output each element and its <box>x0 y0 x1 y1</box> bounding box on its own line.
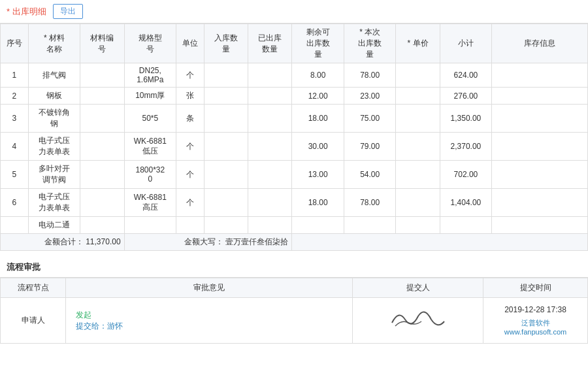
cell-seq: 6 <box>1 189 29 217</box>
process-submitter <box>353 298 483 344</box>
process-section: 流程审批 流程节点 审批意见 提交人 提交时间 申请人发起提交给：游怀 2019… <box>0 257 588 344</box>
cell-out_qty <box>248 217 292 234</box>
cell-unit: 个 <box>176 161 204 189</box>
cell-spec: WK-6881 低压 <box>124 133 176 161</box>
cell-spec <box>124 217 176 234</box>
table-header-row: 序号 * 材料名称 材料编号 规格型号 单位 入库数量 已出库数量 剩余可出库数… <box>1 24 588 63</box>
cell-unit <box>176 217 204 234</box>
cell-subtotal: 702.00 <box>440 161 492 189</box>
cell-subtotal <box>440 217 492 234</box>
cell-unit_price <box>396 217 440 234</box>
col-unit-price: * 单价 <box>396 24 440 63</box>
col-this-out-qty: * 本次出库数量 <box>344 24 396 63</box>
watermark-text: 泛普软件www.fanpusoft.com <box>489 318 582 336</box>
cell-unit: 条 <box>176 105 204 133</box>
cell-material_code <box>80 161 124 189</box>
col-material-code: 材料编号 <box>80 24 124 63</box>
cell-in_qty <box>204 189 248 217</box>
cell-remain_qty: 18.00 <box>292 189 344 217</box>
cell-material_name: 钢板 <box>28 88 80 105</box>
cell-unit: 个 <box>176 133 204 161</box>
total-label: 金额合计： <box>44 237 84 246</box>
table-row: 电动二通 <box>1 217 588 234</box>
cell-this_out_qty: 79.00 <box>344 133 396 161</box>
process-time: 2019-12-28 17:38泛普软件www.fanpusoft.com <box>483 298 588 344</box>
process-node: 申请人 <box>1 298 66 344</box>
cell-subtotal: 1,350.00 <box>440 105 492 133</box>
process-col-time: 提交时间 <box>483 278 588 298</box>
cell-this_out_qty: 78.00 <box>344 189 396 217</box>
cell-material_name: 排气阀 <box>28 63 80 88</box>
cell-remain_qty <box>292 217 344 234</box>
cell-seq <box>1 217 29 234</box>
cell-unit_price <box>396 189 440 217</box>
header-bar: * 出库明细 导出 <box>0 0 588 24</box>
main-table-section: 序号 * 材料名称 材料编号 规格型号 单位 入库数量 已出库数量 剩余可出库数… <box>0 24 588 251</box>
col-seq: 序号 <box>1 24 29 63</box>
cell-in_qty <box>204 133 248 161</box>
cell-unit_price <box>396 161 440 189</box>
cell-remain_qty: 8.00 <box>292 63 344 88</box>
col-material-name: * 材料名称 <box>28 24 80 63</box>
cell-remain_qty: 12.00 <box>292 88 344 105</box>
cell-seq: 4 <box>1 133 29 161</box>
big-value: 壹万壹仟叁佰柒拾 <box>225 237 288 246</box>
cell-stock_info <box>492 189 588 217</box>
section-title: * 出库明细 <box>7 6 46 18</box>
table-row: 6电子式压 力表单表WK-6881 高压个18.0078.001,404.00 <box>1 189 588 217</box>
process-row: 申请人发起提交给：游怀 2019-12-28 17:38泛普软件www.fanp… <box>1 298 588 344</box>
cell-seq: 1 <box>1 63 29 88</box>
cell-material_name: 电子式压 力表单表 <box>28 133 80 161</box>
cell-in_qty <box>204 161 248 189</box>
cell-in_qty <box>204 63 248 88</box>
cell-unit_price <box>396 63 440 88</box>
col-subtotal: 小计 <box>440 24 492 63</box>
cell-in_qty <box>204 88 248 105</box>
cell-remain_qty: 13.00 <box>292 161 344 189</box>
cell-spec: 1800*32 0 <box>124 161 176 189</box>
cell-material_code <box>80 189 124 217</box>
cell-out_qty <box>248 63 292 88</box>
cell-this_out_qty: 78.00 <box>344 63 396 88</box>
cell-spec: WK-6881 高压 <box>124 189 176 217</box>
cell-material_code <box>80 63 124 88</box>
cell-stock_info <box>492 217 588 234</box>
cell-seq: 3 <box>1 105 29 133</box>
cell-spec: DN25, 1.6MPa <box>124 63 176 88</box>
table-row: 1排气阀DN25, 1.6MPa个8.0078.00624.00 <box>1 63 588 88</box>
col-remain-qty: 剩余可出库数量 <box>292 24 344 63</box>
cell-this_out_qty <box>344 217 396 234</box>
cell-out_qty <box>248 189 292 217</box>
cell-seq: 2 <box>1 88 29 105</box>
submit-time-text: 2019-12-28 17:38 <box>489 305 582 314</box>
cell-stock_info <box>492 133 588 161</box>
cell-subtotal: 1,404.00 <box>440 189 492 217</box>
cell-stock_info <box>492 63 588 88</box>
cell-material_code <box>80 88 124 105</box>
col-spec: 规格型号 <box>124 24 176 63</box>
process-header-row: 流程节点 审批意见 提交人 提交时间 <box>1 278 588 298</box>
main-table: 序号 * 材料名称 材料编号 规格型号 单位 入库数量 已出库数量 剩余可出库数… <box>0 24 588 251</box>
table-row: 4电子式压 力表单表WK-6881 低压个30.0079.002,370.00 <box>1 133 588 161</box>
total-row: 金额合计： 11,370.00 金额大写： 壹万壹仟叁佰柒拾 <box>1 234 588 251</box>
process-col-submitter: 提交人 <box>353 278 483 298</box>
cell-stock_info <box>492 161 588 189</box>
cell-unit_price <box>396 88 440 105</box>
cell-material_name: 电动二通 <box>28 217 80 234</box>
approval-line2: 提交给：游怀 <box>76 321 347 332</box>
cell-subtotal: 2,370.00 <box>440 133 492 161</box>
big-label: 金额大写： <box>184 237 223 246</box>
cell-unit_price <box>396 105 440 133</box>
process-approval: 发起提交给：游怀 <box>66 298 353 344</box>
export-button[interactable]: 导出 <box>53 4 83 19</box>
process-table: 流程节点 审批意见 提交人 提交时间 申请人发起提交给：游怀 2019-12-2… <box>0 278 588 344</box>
cell-spec: 10mm厚 <box>124 88 176 105</box>
cell-out_qty <box>248 133 292 161</box>
table-row: 2钢板10mm厚张12.0023.00276.00 <box>1 88 588 105</box>
col-stock-info: 库存信息 <box>492 24 588 63</box>
cell-unit: 张 <box>176 88 204 105</box>
cell-in_qty <box>204 217 248 234</box>
cell-material_code <box>80 217 124 234</box>
cell-spec: 50*5 <box>124 105 176 133</box>
cell-seq: 5 <box>1 161 29 189</box>
